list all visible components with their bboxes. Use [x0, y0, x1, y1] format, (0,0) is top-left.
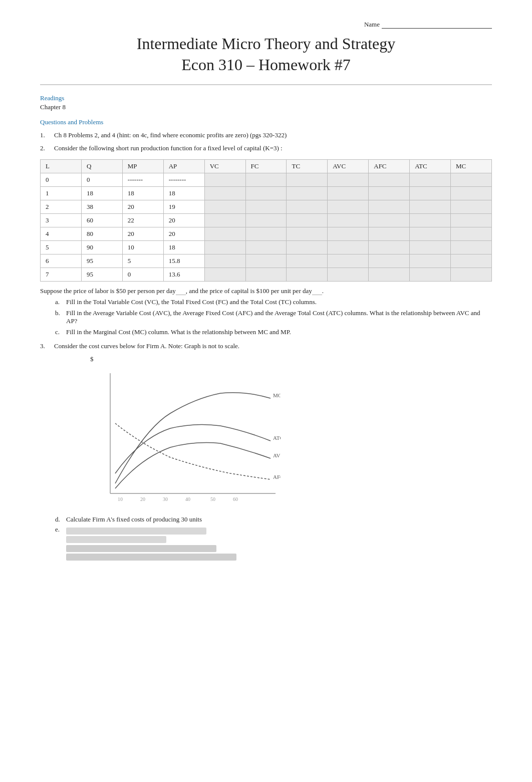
cell-afc — [369, 268, 410, 282]
col-MP: MP — [122, 160, 163, 173]
cell-avc — [328, 214, 369, 227]
q2a-text: Fill in the Total Variable Cost (VC), th… — [66, 298, 317, 306]
cell-tc — [287, 200, 328, 214]
q2-sub-b: b. Fill in the Average Variable Cost (AV… — [55, 309, 492, 325]
cell-l: 2 — [41, 200, 82, 214]
cell-mp: 10 — [122, 241, 163, 254]
questions-heading: Questions and Problems — [40, 118, 492, 126]
cell-afc — [369, 214, 410, 227]
col-ATC: ATC — [410, 160, 451, 173]
cell-ap: -------- — [163, 173, 204, 187]
cell-tc — [287, 173, 328, 187]
cell-ap: 13.6 — [163, 268, 204, 282]
col-L: L — [41, 160, 82, 173]
q2c-text: Fill in the Marginal Cost (MC) column. W… — [66, 328, 291, 336]
col-Q: Q — [81, 160, 122, 173]
cell-mp: 0 — [122, 268, 163, 282]
cell-q: 90 — [81, 241, 122, 254]
cell-vc — [204, 254, 245, 268]
cell-atc — [410, 241, 451, 254]
name-label: Name — [364, 21, 380, 28]
cell-q: 95 — [81, 268, 122, 282]
cell-fc — [245, 214, 287, 227]
cell-q: 0 — [81, 173, 122, 187]
graph-area: MC ATC AVC AFC 10 20 30 40 50 60 — [90, 368, 281, 508]
q2-sub-a: a. Fill in the Total Variable Cost (VC),… — [55, 298, 492, 306]
svg-text:10: 10 — [118, 496, 123, 502]
cell-q: 95 — [81, 254, 122, 268]
cell-ap: 15.8 — [163, 254, 204, 268]
question-1: 1. Ch 8 Problems 2, and 4 (hint: on 4c, … — [40, 131, 492, 139]
col-AP: AP — [163, 160, 204, 173]
q3d-text: Calculate Firm A's fixed costs of produc… — [66, 515, 202, 524]
cell-l: 7 — [41, 268, 82, 282]
q3-sub-d: d. Calculate Firm A's fixed costs of pro… — [55, 515, 492, 524]
cell-avc — [328, 173, 369, 187]
table-row: 795013.6 — [41, 268, 492, 282]
cell-mc — [451, 254, 492, 268]
cell-l: 1 — [41, 187, 82, 200]
cell-mp: 5 — [122, 254, 163, 268]
cell-mc — [451, 227, 492, 241]
svg-text:MC: MC — [273, 392, 281, 398]
cell-fc — [245, 173, 287, 187]
cell-fc — [245, 254, 287, 268]
cell-afc — [369, 241, 410, 254]
q3-sub-items: d. Calculate Firm A's fixed costs of pro… — [55, 515, 492, 562]
cell-mc — [451, 214, 492, 227]
cell-mc — [451, 241, 492, 254]
q2-intro-span: Suppose the price of labor is $50 per pe… — [40, 287, 176, 295]
cell-vc — [204, 187, 245, 200]
cell-atc — [410, 214, 451, 227]
cell-mp: 18 — [122, 187, 163, 200]
svg-text:50: 50 — [210, 496, 215, 502]
cell-ap: 20 — [163, 214, 204, 227]
cell-ap: 19 — [163, 200, 204, 214]
svg-text:AFC: AFC — [273, 474, 281, 480]
main-title: Intermediate Micro Theory and Strategy E… — [40, 34, 492, 75]
svg-text:ATC: ATC — [273, 435, 281, 441]
cell-l: 3 — [41, 214, 82, 227]
q2-sub-items: a. Fill in the Total Variable Cost (VC),… — [55, 298, 492, 336]
cell-fc — [245, 241, 287, 254]
cell-atc — [410, 173, 451, 187]
cell-q: 60 — [81, 214, 122, 227]
cell-vc — [204, 200, 245, 214]
question-2: 2. Consider the following short run prod… — [40, 144, 492, 152]
col-VC: VC — [204, 160, 245, 173]
table-row: 2382019 — [41, 200, 492, 214]
cell-afc — [369, 187, 410, 200]
table-row: 695515.8 — [41, 254, 492, 268]
q2-end: . — [322, 287, 324, 295]
cell-q: 80 — [81, 227, 122, 241]
graph-dollar-sign: $ — [90, 355, 492, 363]
cell-tc — [287, 241, 328, 254]
title-section: Intermediate Micro Theory and Strategy E… — [40, 34, 492, 85]
cell-atc — [410, 200, 451, 214]
cell-vc — [204, 173, 245, 187]
cell-atc — [410, 268, 451, 282]
title-line1: Intermediate Micro Theory and Strategy — [137, 35, 396, 53]
svg-text:40: 40 — [185, 496, 190, 502]
cell-mc — [451, 268, 492, 282]
q2b-label: b. — [55, 309, 63, 325]
table-row: 00--------------- — [41, 173, 492, 187]
cell-afc — [369, 200, 410, 214]
col-MC: MC — [451, 160, 492, 173]
cell-mp: 20 — [122, 227, 163, 241]
questions-section: 1. Ch 8 Problems 2, and 4 (hint: on 4c, … — [40, 131, 492, 562]
cell-l: 4 — [41, 227, 82, 241]
cell-tc — [287, 227, 328, 241]
cell-ap: 18 — [163, 187, 204, 200]
q2b-text: Fill in the Average Variable Cost (AVC),… — [66, 309, 492, 325]
name-underline — [382, 20, 492, 29]
cell-mp: ------- — [122, 173, 163, 187]
cell-tc — [287, 268, 328, 282]
q2-text: Consider the following short run product… — [54, 144, 492, 152]
table-header-row: L Q MP AP VC FC TC AVC AFC ATC MC — [41, 160, 492, 173]
cell-vc — [204, 227, 245, 241]
cell-afc — [369, 254, 410, 268]
cell-afc — [369, 227, 410, 241]
cell-fc — [245, 187, 287, 200]
cell-ap: 20 — [163, 227, 204, 241]
